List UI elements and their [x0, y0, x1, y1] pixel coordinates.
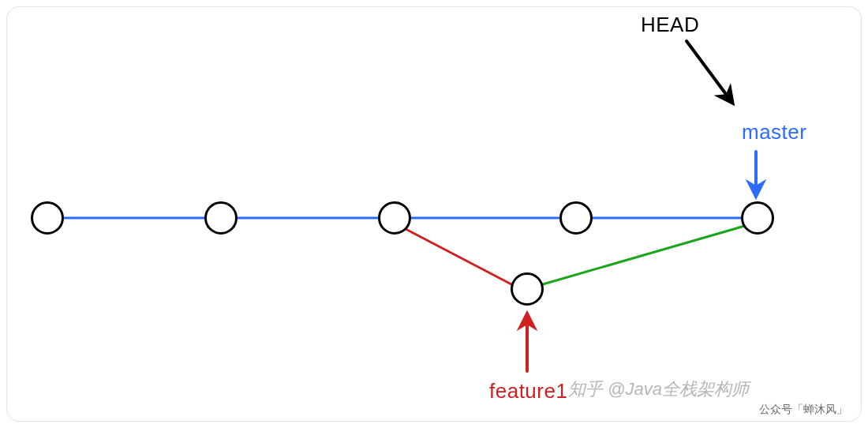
commit-node — [741, 201, 774, 235]
diagram-frame — [6, 6, 862, 422]
head-label: HEAD — [641, 13, 699, 37]
master-label: master — [742, 120, 806, 145]
commit-node — [378, 201, 411, 235]
commit-node — [559, 201, 593, 235]
commit-node — [31, 201, 64, 235]
commit-node-feature — [511, 272, 544, 306]
footer-credit: 公众号「蝉沐风」 — [759, 403, 847, 417]
feature-label: feature1 — [489, 379, 567, 404]
commit-node — [204, 201, 238, 235]
watermark-text: 知乎 @Java全栈架构师 — [568, 377, 749, 401]
